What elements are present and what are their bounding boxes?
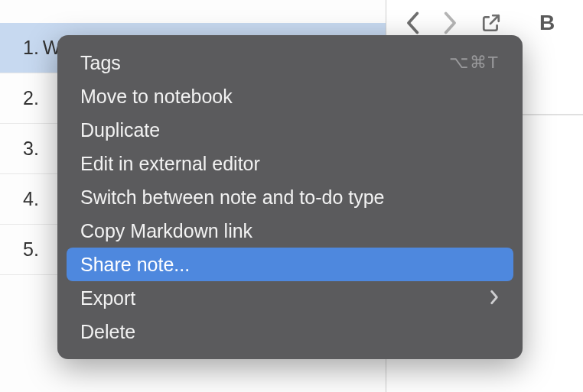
menu-label: Switch between note and to-do type (80, 186, 385, 209)
note-number: 1. (23, 37, 39, 59)
menu-label: Edit in external editor (80, 153, 260, 175)
menu-item-switch-type[interactable]: Switch between note and to-do type (67, 180, 513, 214)
menu-shortcut: ⌥⌘T (449, 53, 500, 73)
menu-item-duplicate[interactable]: Duplicate (67, 113, 513, 147)
note-number: 2. (23, 87, 39, 109)
nav-back-icon[interactable] (405, 11, 420, 34)
menu-item-share-note[interactable]: Share note... (67, 248, 513, 281)
menu-item-delete[interactable]: Delete (67, 315, 513, 348)
menu-label: Move to notebook (80, 86, 233, 108)
menu-item-copy-markdown-link[interactable]: Copy Markdown link (67, 214, 513, 248)
menu-label: Export (80, 287, 135, 309)
nav-forward-icon[interactable] (443, 11, 458, 34)
note-number: 3. (23, 138, 39, 160)
note-number: 5. (23, 238, 39, 261)
menu-item-export[interactable]: Export (67, 281, 513, 315)
menu-label: Tags (80, 52, 121, 74)
external-link-icon[interactable] (481, 13, 501, 33)
menu-item-move-to-notebook[interactable]: Move to notebook (67, 79, 513, 113)
chevron-right-icon (489, 287, 500, 309)
context-menu: Tags ⌥⌘T Move to notebook Duplicate Edit… (57, 35, 523, 359)
menu-item-tags[interactable]: Tags ⌥⌘T (67, 46, 513, 79)
note-number: 4. (23, 188, 39, 210)
menu-label: Duplicate (80, 119, 160, 141)
menu-label: Delete (80, 321, 135, 343)
menu-label: Share note... (80, 254, 190, 276)
menu-item-edit-external[interactable]: Edit in external editor (67, 147, 513, 180)
bold-button[interactable]: B (539, 11, 555, 35)
menu-label: Copy Markdown link (80, 220, 252, 242)
